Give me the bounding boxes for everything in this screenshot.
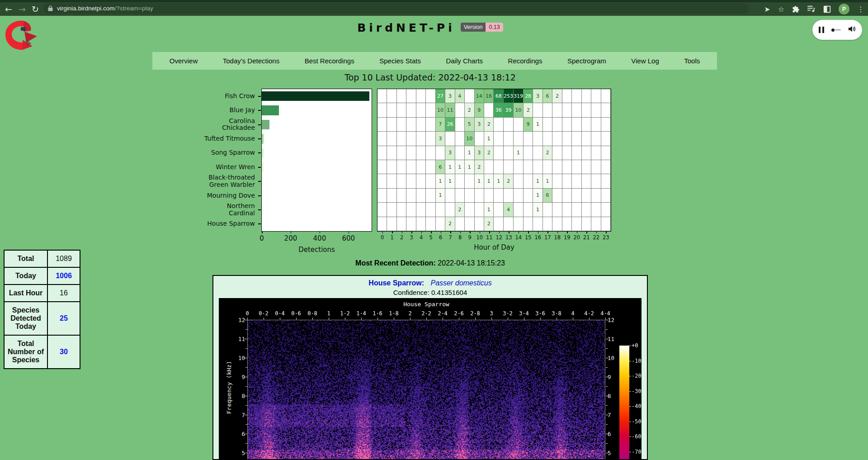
detected-species-link[interactable]: House Sparrow: [368,279,424,287]
colorbar-tick [629,436,631,437]
heatmap-cell [436,146,445,160]
heatmap-cell [416,118,426,132]
table-row: Total Number of Species30 [4,335,80,369]
heatmap-cell [416,89,426,103]
heatmap-cell [524,203,533,217]
bar-black-throated-green-warbler [262,176,263,186]
bar-blue-jay [262,105,279,115]
extensions-puzzle-icon[interactable] [792,5,800,13]
hour-tick-label: 3 [410,234,413,241]
time-tick-label: 3 [490,310,493,317]
heatmap-cell [504,146,514,160]
heatmap-cell [504,189,514,203]
stat-value[interactable]: 25 [47,302,80,335]
stat-label: Total [4,250,47,267]
heatmap-cell [601,160,611,174]
time-tick [573,318,573,320]
freq-tick [606,339,609,339]
heatmap-cell: 1 [484,203,494,217]
heatmap-cell [552,217,562,231]
forward-icon[interactable]: → [15,2,29,16]
heatmap-cell: 2 [475,160,484,174]
freq-minor-tick [245,424,247,425]
heatmap-cell: 2 [552,89,562,103]
nav-item-today-s-detections[interactable]: Today's Detections [223,57,279,65]
volume-icon[interactable] [848,25,856,34]
nav-item-best-recordings[interactable]: Best Recordings [305,57,354,65]
x-tick [291,232,292,233]
heatmap-cell: 3 [445,146,455,160]
heatmap-cell [397,146,406,160]
bar-song-sparrow [262,148,264,158]
freq-tick [245,434,247,434]
heatmap-cell [562,103,572,117]
stat-value[interactable]: 1006 [47,267,80,285]
main-nav: OverviewToday's DetectionsBest Recording… [152,52,717,70]
heatmap-cell: 14 [475,89,484,103]
freq-tick [245,339,247,339]
bookmark-star-icon[interactable]: ☆ [778,5,784,14]
heatmap-cell [455,217,465,231]
stat-value: 16 [47,285,80,302]
time-tick [426,318,427,320]
heatmap-cell [416,189,426,203]
hour-tick-label: 16 [534,234,541,241]
freq-tick [606,415,609,415]
heatmap-cell: 1 [533,174,542,188]
heatmap-cell [601,89,611,103]
time-tick-label: 1 [327,310,330,317]
heatmap-cell [465,217,474,231]
hour-tick [547,232,548,233]
hour-tick [450,232,451,233]
heatmap-cell [543,203,552,217]
heatmap-cell [543,103,552,117]
stat-label: Last Hour [4,285,47,302]
freq-tick-label-right: 10 [608,355,619,361]
x-tick [349,232,349,233]
stat-value[interactable]: 30 [47,335,80,369]
address-bar[interactable]: virginia.birdnetpi.com/?stream=play [43,3,749,14]
species-label: Carolina Chickadee [204,118,255,132]
heatmap-cell [533,160,542,174]
media-playlist-icon[interactable] [807,5,816,13]
reload-icon[interactable]: ↻ [28,2,42,16]
share-icon[interactable]: ➤ [764,5,770,14]
heatmap-cell: 10 [514,103,524,117]
time-tick-label: 3·8 [552,310,561,317]
profile-avatar[interactable]: P [839,4,849,14]
hour-tick [557,232,558,233]
heatmap-cell [377,189,387,203]
audio-player[interactable] [812,20,862,40]
back-icon[interactable]: ← [2,2,15,16]
version-label: Version [461,23,486,32]
heatmap-cell [397,174,406,188]
heatmap-cell [552,189,562,203]
nav-item-view-log[interactable]: View Log [631,57,659,65]
freq-tick-label-right: 9 [608,374,619,380]
heatmap-cell [455,132,465,146]
nav-item-overview[interactable]: Overview [170,57,198,65]
nav-item-tools[interactable]: Tools [684,57,700,65]
nav-item-species-stats[interactable]: Species Stats [379,57,421,65]
pause-icon[interactable] [819,27,824,33]
heatmap-cell [387,118,396,132]
confidence-label: Confidence: [393,289,429,296]
menu-dots-icon[interactable]: ⋮ [857,5,864,14]
nav-item-daily-charts[interactable]: Daily Charts [446,57,483,65]
heatmap-cell [426,118,435,132]
bar-axis-tick-label: 200 [284,234,297,242]
freq-tick-label-left: 10 [233,355,245,361]
heatmap-cell [591,89,601,103]
heatmap-cell [533,217,542,231]
colorbar-tick-label: -50 [632,418,642,425]
heatmap-cell [601,132,611,146]
seek-bar[interactable] [831,28,841,32]
hour-tick-label: 7 [449,234,452,241]
heatmap-cell: 319 [514,89,524,103]
nav-item-spectrogram[interactable]: Spectrogram [567,57,606,65]
heatmap-cell [591,203,601,217]
heatmap-cell: 27 [436,89,445,103]
side-panel-icon[interactable] [823,5,831,13]
hour-tick-label: 4 [420,234,423,241]
nav-item-recordings[interactable]: Recordings [508,57,542,65]
